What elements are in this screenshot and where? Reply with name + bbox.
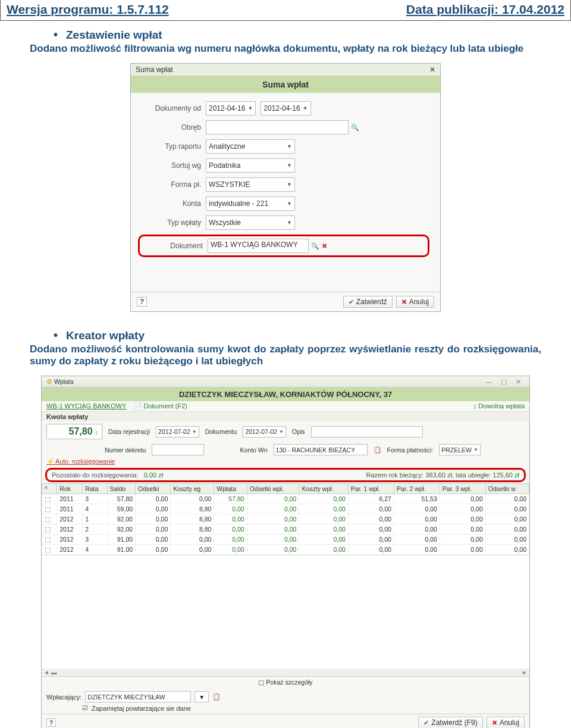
table-empty-area (42, 555, 529, 668)
cell: 0,00 (136, 494, 171, 504)
table-row[interactable]: ⬚2011357,800,000,0057,800,000,006,2751,5… (42, 494, 529, 504)
input-dokumentu[interactable]: 2012-07-02▼ (243, 426, 286, 438)
show-details-toggle[interactable]: ▢ Pokaż szczegóły (42, 676, 529, 688)
anuluj-button[interactable]: Anuluj (487, 717, 525, 728)
cell: 0,00 (247, 514, 299, 524)
auto-rozksiegowanie-link[interactable]: ⚡ Auto. rozksięgowanie (46, 458, 115, 465)
table-row[interactable]: ⬚2012292,000,008,800,000,000,000,000,000… (42, 524, 529, 535)
zatwierdz-button[interactable]: Zatwierdź (F9) (418, 717, 482, 728)
version-label: Wersja programu: 1.5.7.112 (7, 2, 169, 17)
cell: 2012 (57, 524, 83, 535)
col-header: Rata (83, 484, 107, 494)
cell: 0,00 (485, 535, 529, 545)
window-titlebar: ⚙ Wpłata — ▢ ✕ (42, 376, 529, 388)
date-to[interactable]: 2012-04-16▼ (261, 101, 310, 115)
dropdown-icon[interactable]: ▼ (194, 691, 209, 702)
select-typ-wplaty[interactable]: Wszystkie▼ (206, 215, 295, 230)
table-row[interactable]: ⬚2012391,000,000,000,000,000,000,000,000… (42, 535, 529, 545)
row-icon[interactable]: ⬚ (42, 524, 57, 535)
input-konto-wn[interactable]: 130 - RACHUNEK BIEŻĄCY (274, 444, 368, 455)
label-dokumenty-od: Dokumenty od (142, 104, 206, 113)
cell: 0,00 (247, 504, 299, 514)
label-wplacajacy: Wpłacający: (46, 693, 81, 701)
cell: 0,00 (440, 524, 485, 535)
kwota-label: Kwota wpłaty (42, 412, 529, 421)
input-dokument[interactable]: WB-1 WYCIĄG BANKOWY (208, 239, 309, 253)
cell: 3 (83, 535, 107, 545)
input-wplacajacy[interactable]: DZIETCZYK MIECZYSŁAW (85, 691, 191, 702)
cell: 0,00 (136, 545, 171, 555)
dowolna-wplata-link[interactable]: ↕ Dowolna wpłata (473, 402, 525, 410)
label-sortuj-wg: Sortuj wg (142, 161, 206, 170)
label-forma-platnosci: Forma płatności: (387, 446, 434, 454)
cell: 8,80 (171, 514, 214, 524)
cell: 0,00 (394, 535, 440, 545)
select-sortuj-wg[interactable]: Podatnika▼ (206, 158, 295, 173)
col-header: Par. 3 wpł. (440, 484, 485, 494)
cell: 0,00 (247, 535, 299, 545)
payments-table: ^RokRataSaldoOdsetkiKoszty egWpłataOdset… (42, 483, 529, 555)
cell: 0,00 (394, 524, 440, 535)
input-data-rej[interactable]: 2012-07-02▼ (156, 426, 199, 438)
cell: 2011 (57, 504, 83, 514)
cell: 6,27 (348, 494, 394, 504)
search-icon[interactable] (311, 242, 319, 250)
cell: 0,00 (348, 545, 394, 555)
input-opis[interactable] (311, 426, 423, 438)
doc-type-link[interactable]: WB-1 WYCIĄG BANKOWY (46, 402, 126, 410)
table-row[interactable]: ⬚2012192,000,008,800,000,000,000,000,000… (42, 514, 529, 524)
help-icon[interactable] (46, 718, 56, 727)
anuluj-button[interactable]: Anuluj (396, 296, 434, 308)
date-from[interactable]: 2012-04-16▼ (206, 101, 256, 115)
col-header: Odsetki (136, 484, 171, 494)
search-icon[interactable] (351, 123, 359, 132)
section-title-1: • Zestawienie wpłat (54, 28, 541, 42)
help-icon[interactable] (137, 297, 147, 307)
cell: 0,00 (247, 524, 299, 535)
table-row[interactable]: ⬚2012491,000,000,000,000,000,000,000,000… (42, 545, 529, 555)
cell: 2011 (57, 494, 83, 504)
clear-icon[interactable] (322, 242, 327, 250)
cell: 0,00 (485, 494, 529, 504)
row-icon[interactable]: ⬚ (42, 535, 57, 545)
cell: 2012 (57, 545, 83, 555)
cell: 2 (83, 524, 107, 535)
cell: 0,00 (440, 504, 485, 514)
row-icon[interactable]: ⬚ (42, 494, 57, 504)
zatwierdz-button[interactable]: Zatwierdź (343, 296, 393, 308)
lookup-icon[interactable]: 📋 (212, 693, 221, 701)
select-konta[interactable]: indywidualne - 221▼ (206, 196, 295, 211)
dialog-header: Suma wpłat (131, 76, 440, 93)
select-typ-raportu[interactable]: Analityczne▼ (206, 139, 295, 154)
row-icon[interactable]: ⬚ (42, 514, 57, 524)
input-obreb[interactable] (206, 120, 349, 135)
col-header: Saldo (107, 484, 136, 494)
row-icon[interactable]: ⬚ (42, 504, 57, 514)
bullet-icon: • (54, 28, 58, 42)
cell: 0,00 (214, 524, 247, 535)
cell: 0,00 (394, 545, 440, 555)
label-data-rej: Data rejestracji (108, 428, 150, 435)
row-icon[interactable]: ⬚ (42, 545, 57, 555)
lookup-icon[interactable]: 📋 (374, 446, 381, 454)
select-forma-pl[interactable]: WSZYSTKIE▼ (206, 177, 295, 192)
col-header: Koszty wpł. (299, 484, 348, 494)
select-forma-platnosci[interactable]: PRZELEW▼ (439, 444, 481, 455)
cell: 0,00 (247, 545, 299, 555)
kwota-value[interactable]: 57,80 ↕ (46, 424, 102, 439)
col-header: Odsetki wpł. (247, 484, 299, 494)
cell: 0,00 (485, 504, 529, 514)
cell: 8,80 (171, 504, 214, 514)
cell: 51,53 (394, 494, 440, 504)
table-row[interactable]: ⬚2011459,000,008,800,000,000,000,000,000… (42, 504, 529, 514)
window-controls[interactable]: — ▢ ✕ (486, 378, 525, 385)
document-button[interactable]: 📄 Dokument (F2) (134, 402, 187, 410)
cell: 2012 (57, 514, 83, 524)
section-desc-2: Dodano możliwość kontrolowania sumy kwot… (30, 343, 541, 367)
cell: 59,00 (107, 504, 136, 514)
remember-checkbox[interactable]: ☑ (82, 704, 88, 712)
close-icon[interactable]: ✕ (429, 65, 435, 74)
scroll-bar[interactable]: ◄ ▬► (42, 668, 529, 676)
input-numer-dekretu[interactable] (152, 444, 204, 455)
cell: 0,00 (299, 494, 348, 504)
